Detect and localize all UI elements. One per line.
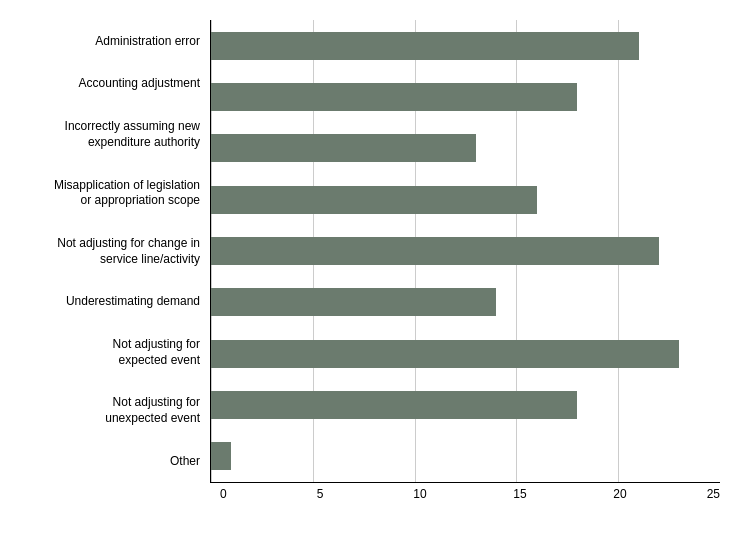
bar-0 — [211, 32, 639, 60]
bar-3 — [211, 186, 537, 214]
bar-row-6 — [211, 335, 720, 373]
y-label-8: Other — [10, 454, 200, 470]
bar-row-5 — [211, 283, 720, 321]
x-tick-label-1: 5 — [317, 487, 324, 501]
bar-row-8 — [211, 437, 720, 475]
bar-7 — [211, 391, 577, 419]
x-axis-labels: 0510152025 — [210, 483, 720, 507]
bar-row-0 — [211, 27, 720, 65]
bar-8 — [211, 442, 231, 470]
y-label-6: Not adjusting forexpected event — [10, 337, 200, 368]
x-tick-label-0: 0 — [220, 487, 227, 501]
bar-6 — [211, 340, 679, 368]
chart-container: Administration errorAccounting adjustmen… — [0, 0, 740, 547]
y-label-5: Underestimating demand — [10, 294, 200, 310]
bar-5 — [211, 288, 496, 316]
x-tick-label-3: 15 — [513, 487, 526, 501]
chart-area: Administration errorAccounting adjustmen… — [10, 20, 720, 483]
x-tick-label-5: 25 — [707, 487, 720, 501]
bars-area — [210, 20, 720, 483]
bar-row-4 — [211, 232, 720, 270]
y-label-2: Incorrectly assuming newexpenditure auth… — [10, 119, 200, 150]
y-label-0: Administration error — [10, 34, 200, 50]
bar-row-1 — [211, 78, 720, 116]
bar-row-2 — [211, 129, 720, 167]
bar-4 — [211, 237, 659, 265]
y-label-4: Not adjusting for change inservice line/… — [10, 236, 200, 267]
y-label-3: Misapplication of legislationor appropri… — [10, 178, 200, 209]
bar-row-3 — [211, 181, 720, 219]
bar-row-7 — [211, 386, 720, 424]
y-label-1: Accounting adjustment — [10, 76, 200, 92]
y-label-7: Not adjusting forunexpected event — [10, 395, 200, 426]
x-tick-label-4: 20 — [613, 487, 626, 501]
y-labels: Administration errorAccounting adjustmen… — [10, 20, 210, 483]
bar-2 — [211, 134, 476, 162]
x-tick-label-2: 10 — [413, 487, 426, 501]
x-ticks-container: 0510152025 — [220, 487, 720, 507]
bar-1 — [211, 83, 577, 111]
